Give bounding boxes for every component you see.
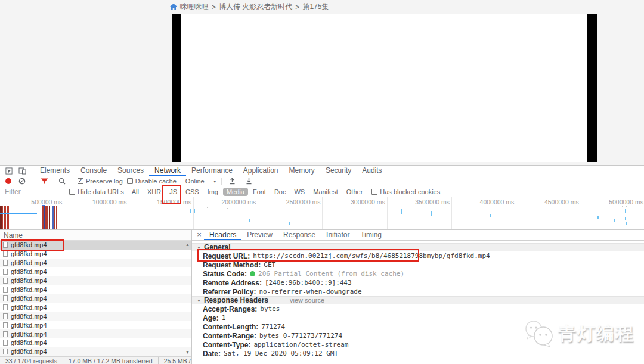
breadcrumb-item[interactable]: 博人传 火影忍者新时代 (219, 2, 292, 12)
request-row[interactable]: gfd8fkd.mp4 (0, 329, 191, 338)
request-row[interactable]: gfd8fkd.mp4 (0, 321, 191, 329)
filter-pill[interactable]: Manifest (309, 188, 342, 196)
details-tab[interactable]: Timing (355, 230, 387, 240)
response-headers-section-header[interactable]: ▼ Response Headers view source (192, 296, 644, 304)
devtools-tab[interactable]: Audits (357, 166, 387, 176)
header-name: Remote Address: (203, 279, 262, 287)
close-icon[interactable]: × (194, 230, 204, 240)
breadcrumb-item[interactable]: 第175集 (302, 2, 329, 12)
triangle-down-icon: ▼ (197, 245, 201, 250)
waterfall-mark (45, 206, 47, 229)
filter-pill[interactable]: Other (343, 188, 367, 196)
devtools-tab[interactable]: Application (238, 166, 284, 176)
record-icon[interactable] (5, 178, 11, 184)
header-value: 771274 (261, 323, 285, 331)
devtools-tab[interactable]: Network (149, 166, 186, 176)
request-row[interactable]: gfd8fkd.mp4 (0, 276, 191, 285)
request-row[interactable]: gfd8fkd.mp4 (0, 312, 191, 321)
details-tab[interactable]: Response (278, 230, 321, 240)
request-row[interactable]: gfd8fkd.mp4 (0, 259, 191, 267)
waterfall-mark (625, 217, 626, 220)
header-row: Referrer Policy: no-referrer-when-downgr… (192, 287, 644, 296)
details-tab[interactable]: Initiator (321, 230, 355, 240)
disable-cache-checkbox[interactable]: Disable cache (127, 178, 177, 185)
header-name: Content-Type: (203, 341, 250, 349)
request-row[interactable]: gfd8fkd.mp4 (0, 294, 191, 303)
header-row: Status Code: 206 Partial Content (from d… (192, 269, 644, 278)
device-toolbar-icon[interactable] (16, 166, 29, 176)
timeline-overview[interactable]: 500000 ms1000000 ms1500000 ms2000000 ms2… (0, 197, 644, 230)
import-har-icon[interactable] (226, 178, 239, 185)
divider (32, 167, 32, 175)
devtools-tab[interactable]: Sources (112, 166, 149, 176)
response-headers-title: Response Headers (204, 296, 268, 304)
filter-icon[interactable] (38, 178, 51, 185)
player-screen[interactable] (181, 14, 587, 162)
checkbox-unchecked-icon[interactable] (371, 189, 377, 195)
breadcrumb-item[interactable]: > (212, 3, 216, 11)
file-icon (3, 313, 8, 319)
waterfall-mark (8, 206, 9, 229)
inspect-element-icon[interactable] (2, 166, 16, 176)
details-tab[interactable]: Headers (204, 230, 242, 240)
request-row[interactable]: gfd8fkd.mp4 (0, 285, 191, 294)
breadcrumb-item[interactable]: 咪哩咪哩 (180, 2, 209, 12)
export-har-icon[interactable] (243, 178, 255, 185)
devtools-tab[interactable]: Memory (284, 166, 320, 176)
header-value: no-referrer-when-downgrade (259, 288, 361, 295)
devtools-tab[interactable]: Performance (186, 166, 238, 176)
checkbox-unchecked-icon[interactable] (69, 189, 75, 195)
details-tab[interactable]: Preview (242, 230, 278, 240)
file-icon (3, 331, 8, 337)
waterfall-mark (51, 206, 51, 229)
preserve-log-checkbox[interactable]: Preserve log (78, 178, 123, 185)
filter-pill[interactable]: WS (290, 188, 308, 196)
request-row[interactable]: gfd8fkd.mp4 (0, 338, 191, 347)
details-tabbar: × HeadersPreviewResponseInitiatorTiming (192, 230, 644, 241)
checkbox-checked-icon[interactable] (78, 178, 83, 184)
waterfall-mark (7, 206, 8, 229)
filter-pill[interactable]: Img (204, 188, 222, 196)
request-row[interactable]: gfd8fkd.mp4 (0, 250, 191, 259)
waterfall-mark (401, 209, 402, 214)
filter-pill[interactable]: All (128, 188, 143, 196)
request-row[interactable]: gfd8fkd.mp4 (0, 267, 191, 276)
filter-pill[interactable]: Media (223, 188, 248, 196)
filter-pill[interactable]: JS (166, 188, 181, 196)
request-name: gfd8fkd.mp4 (11, 277, 47, 284)
scroll-up-icon[interactable]: ▲ (185, 242, 190, 247)
filter-input[interactable] (5, 188, 69, 196)
home-icon[interactable] (170, 4, 177, 10)
breadcrumb-item[interactable]: > (295, 3, 299, 11)
filter-pill[interactable]: Font (249, 188, 270, 196)
clear-icon[interactable] (16, 178, 29, 185)
general-section-header[interactable]: ▼ General (192, 243, 644, 251)
checkbox-unchecked-icon[interactable] (127, 178, 133, 184)
network-summary-bar: 33 / 1704 requests17.0 MB / 17.2 MB tran… (0, 356, 191, 364)
throttling-dropdown[interactable]: Online ▼ (185, 178, 217, 185)
waterfall-mark (431, 211, 432, 216)
header-name: Request Method: (203, 261, 261, 269)
video-player[interactable] (172, 14, 597, 162)
request-row[interactable]: gfd8fkd.mp4 (0, 241, 191, 250)
name-column-header[interactable]: Name (0, 230, 191, 241)
request-row[interactable]: gfd8fkd.mp4 (0, 303, 191, 312)
file-icon (3, 287, 8, 293)
view-source-link[interactable]: view source (290, 297, 324, 304)
request-row[interactable]: gfd8fkd.mp4 (0, 347, 191, 356)
breadcrumb: 咪哩咪哩>博人传 火影忍者新时代>第175集 (170, 2, 329, 12)
devtools-tab[interactable]: Security (320, 166, 357, 176)
has-blocked-cookies-checkbox[interactable]: Has blocked cookies (371, 188, 440, 195)
devtools-tab[interactable]: Console (75, 166, 112, 176)
header-name: Referrer Policy: (203, 288, 256, 296)
devtools-tab[interactable]: Elements (35, 166, 75, 176)
scroll-down-icon[interactable]: ▼ (185, 350, 190, 354)
file-icon (3, 278, 8, 284)
filter-pill[interactable]: Doc (271, 188, 290, 196)
waterfall-mark (626, 222, 627, 225)
filter-pill[interactable]: XHR (144, 188, 165, 196)
hide-data-urls-checkbox[interactable]: Hide data URLs (69, 188, 124, 195)
search-icon[interactable] (55, 178, 69, 185)
filter-pill[interactable]: CSS (182, 188, 203, 196)
header-value: Sat, 19 Dec 2020 05:09:12 GMT (224, 350, 338, 357)
